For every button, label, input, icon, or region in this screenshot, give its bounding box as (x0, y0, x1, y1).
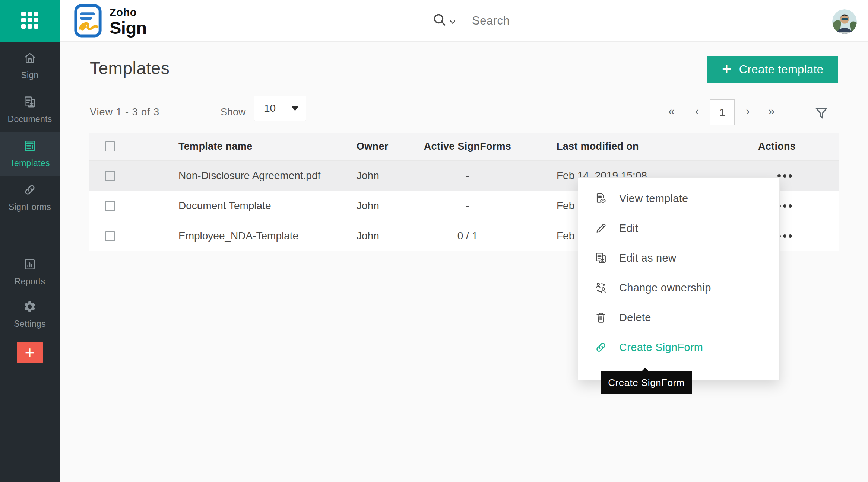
template-name-cell[interactable]: Non-Disclosure Agreement.pdf (178, 170, 357, 182)
page-size-select[interactable]: 10 (254, 96, 306, 121)
tooltip-text: Create SignForm (608, 377, 684, 389)
pencil-icon (595, 222, 607, 234)
table-header-row: Template name Owner Active SignForms Las… (89, 133, 839, 161)
pagination-last-button[interactable]: » (768, 105, 774, 117)
search-icon (432, 12, 448, 29)
header-actions: Actions (758, 141, 839, 152)
create-template-button[interactable]: + Create template (707, 56, 838, 83)
row-actions-ellipsis[interactable] (777, 234, 839, 238)
sign-document-icon (74, 4, 102, 39)
menu-item-change-ownership[interactable]: Change ownership (578, 273, 779, 303)
link-icon (595, 341, 607, 354)
active-signforms-cell: 0 / 1 (423, 230, 512, 242)
pages-icon (595, 252, 607, 264)
menu-item-label: Edit (619, 222, 638, 234)
template-icon (23, 139, 37, 154)
view-count: View 1 - 3 of 3 (90, 106, 159, 118)
filter-button[interactable] (814, 105, 829, 122)
app-launcher-button[interactable] (0, 0, 60, 42)
show-label: Show (221, 106, 246, 118)
bar-chart-icon (23, 258, 37, 272)
row-actions-menu: View template Edit Edit as new Change ow… (578, 177, 780, 380)
pagination-prev-button[interactable]: ‹ (695, 105, 698, 117)
row-actions-ellipsis[interactable] (777, 204, 839, 208)
pagination-current-page[interactable]: 1 (710, 99, 735, 125)
sidebar-item-label: SignForms (9, 202, 51, 212)
sidebar-item-label: Documents (7, 114, 52, 124)
menu-item-label: View template (619, 192, 688, 205)
toolbar-divider (209, 99, 209, 125)
quick-add-button[interactable]: + (17, 342, 43, 363)
gear-icon (23, 300, 37, 315)
row-checkbox[interactable] (105, 171, 115, 181)
pages-icon (23, 95, 37, 110)
app-grid-icon (21, 12, 38, 30)
sidebar-item-signforms[interactable]: SignForms (0, 176, 60, 220)
sidebar: Sign Documents Templates (0, 42, 60, 482)
sidebar-item-label: Settings (14, 319, 46, 329)
active-signforms-cell: - (423, 170, 512, 182)
sidebar-item-label: Templates (10, 158, 50, 168)
create-signform-tooltip: Create SignForm (601, 371, 692, 394)
menu-item-label: Edit as new (619, 252, 676, 264)
sidebar-item-templates[interactable]: Templates (0, 132, 60, 176)
search-placeholder: Search (472, 14, 510, 28)
sidebar-item-label: Sign (21, 70, 38, 80)
menu-item-view-template[interactable]: View template (578, 183, 779, 213)
sidebar-item-settings[interactable]: Settings (0, 293, 60, 336)
page-title: Templates (90, 58, 170, 78)
menu-item-edit-as-new[interactable]: Edit as new (578, 243, 779, 273)
header-template-name: Template name (178, 141, 357, 152)
owner-cell: John (357, 170, 423, 182)
template-name-cell[interactable]: Employee_NDA-Template (178, 230, 357, 242)
toolbar-divider (801, 99, 801, 125)
template-name-cell[interactable]: Document Template (178, 200, 357, 212)
menu-item-edit[interactable]: Edit (578, 213, 779, 243)
caret-down-icon (292, 106, 298, 114)
owner-cell: John (357, 230, 423, 242)
topbar: Zoho Sign Search (0, 0, 868, 42)
logo-sign-text: Sign (110, 19, 147, 36)
active-signforms-cell: - (423, 200, 512, 212)
global-search[interactable]: Search (432, 0, 510, 42)
pagination-first-button[interactable]: « (668, 105, 674, 117)
header-last-modified: Last modified on (512, 141, 758, 152)
header-active-signforms: Active SignForms (423, 141, 512, 152)
select-all-checkbox[interactable] (105, 141, 115, 151)
sidebar-item-label: Reports (15, 277, 45, 287)
user-avatar[interactable] (832, 9, 857, 34)
row-checkbox[interactable] (105, 231, 115, 241)
owner-cell: John (357, 200, 423, 212)
view-template-icon (595, 192, 607, 205)
link-icon (23, 183, 37, 198)
pagination-next-button[interactable]: › (746, 105, 749, 117)
menu-item-delete[interactable]: Delete (578, 303, 779, 332)
zoho-sign-logo[interactable]: Zoho Sign (74, 4, 147, 39)
trash-icon (595, 311, 607, 324)
sidebar-item-documents[interactable]: Documents (0, 88, 60, 132)
funnel-icon (814, 116, 829, 122)
header-owner: Owner (357, 141, 423, 152)
menu-item-label: Change ownership (619, 282, 711, 294)
sidebar-item-sign[interactable]: Sign (0, 44, 60, 88)
row-checkbox[interactable] (105, 201, 115, 211)
sidebar-item-reports[interactable]: Reports (0, 250, 60, 294)
search-scope-chevron-icon[interactable] (450, 19, 456, 26)
menu-item-label: Delete (619, 312, 651, 324)
menu-item-label: Create SignForm (619, 341, 703, 354)
page-size-value: 10 (264, 102, 292, 114)
home-icon (23, 51, 37, 66)
row-actions-ellipsis[interactable] (777, 174, 839, 178)
menu-item-create-signform[interactable]: Create SignForm (578, 332, 779, 362)
create-template-label: Create template (739, 63, 824, 76)
logo-zoho-text: Zoho (110, 7, 147, 18)
swap-users-icon (595, 281, 607, 294)
